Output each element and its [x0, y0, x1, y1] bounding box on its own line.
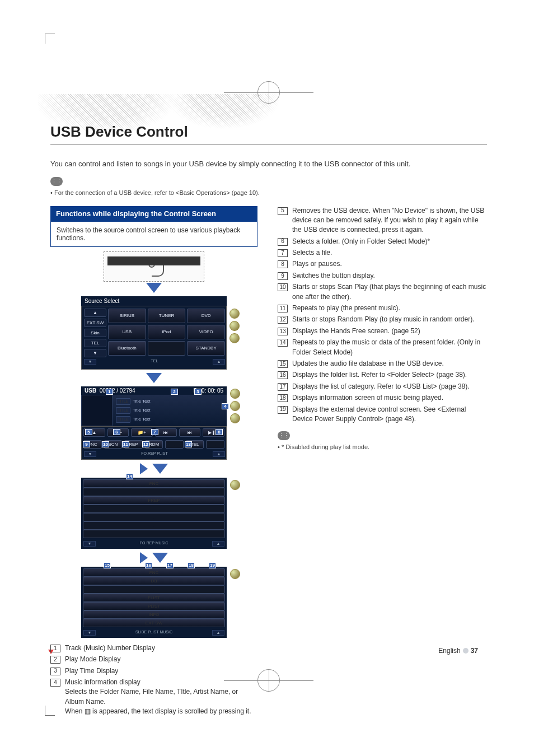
legend-text: Displays the folder list. Refer to <Fold… [292, 370, 487, 380]
slide-row-screenshot: FNC DB . FLIST PLIST INFO EXT SW 15 16 1… [81, 567, 227, 638]
page-right-button[interactable]: ▲ [212, 630, 224, 636]
functions-description: Switches to the source control screen to… [50, 222, 257, 247]
source-ipod-button[interactable]: iPod [148, 325, 186, 339]
legend-number-box: 2 [50, 656, 60, 664]
legend-text: Music information displaySelects the Fol… [65, 678, 257, 717]
folder-prev-button[interactable]: 📁− [107, 428, 129, 437]
menu-up-button[interactable]: ▲ [84, 309, 106, 317]
tel-button[interactable]: TEL [186, 440, 204, 449]
page-left-button[interactable]: ▼ [83, 630, 96, 636]
arrow-right-icon [140, 552, 148, 563]
legend-text: Updates the audio file database in the U… [292, 359, 487, 368]
source-empty-button: . [148, 341, 186, 356]
title-scroll-button[interactable]: TITLE [116, 416, 130, 423]
legend-item-2: 2Play Mode Display [50, 655, 257, 664]
legend-number-box: 15 [278, 360, 288, 368]
source-select-title: Source Select [81, 296, 227, 306]
tap-finger-icon [152, 264, 164, 277]
note-icon: ⋮⋮ [50, 177, 63, 186]
source-video-button[interactable]: VIDEO [187, 325, 225, 339]
legend-item-3: 3Play Time Display [50, 666, 257, 676]
source-standby-button[interactable]: STANDBY [187, 341, 225, 356]
legend-number-box: 5 [278, 207, 288, 215]
source-tuner-button[interactable]: TUNER [148, 309, 186, 323]
function-switch-button[interactable]: FNC [83, 479, 225, 488]
extsw-button[interactable]: EXT SW [83, 619, 225, 627]
page-content: USB Device Control You can control and l… [50, 90, 487, 718]
legend-item-16: 16Displays the folder list. Refer to <Fo… [278, 370, 487, 380]
database-button[interactable]: DB [83, 577, 225, 585]
legend-text: Play Mode Display [65, 655, 257, 664]
legend-text: Displays the external device control scr… [292, 405, 487, 424]
page-footer: English37 [438, 647, 478, 655]
legend-item-17: 17Displays the list of category. Refer t… [278, 382, 487, 391]
legend-text: Removes the USB device. When "No Device"… [292, 206, 487, 235]
flow-arrows [140, 463, 168, 474]
left-legend-list: 1Track (Music) Number Display2Play Mode … [50, 643, 257, 717]
page-left-button[interactable]: ▼ [83, 541, 96, 547]
extsw-small-button[interactable]: EXT SW [84, 319, 106, 327]
title-scroll-button[interactable]: TITLE [116, 398, 130, 405]
source-dvd-button[interactable]: DVD [187, 309, 225, 323]
folder-next-button[interactable]: 📁+ [131, 428, 153, 437]
function-switch-button[interactable]: FNC [83, 440, 102, 449]
source-sirius-button[interactable]: SIRIUS [108, 309, 146, 323]
playlist-button[interactable]: PLIST [83, 602, 225, 610]
legend-text: Selects a file. [292, 248, 487, 258]
track-prev-button[interactable]: ⏮ [155, 428, 177, 437]
legend-item-5: 5Removes the USB device. When "No Device… [278, 206, 487, 235]
legend-text: Starts or stops Random Play (to play mus… [292, 315, 487, 324]
source-usb-button[interactable]: USB [108, 325, 146, 339]
usb-control-screenshot: USB 00002 / 02794 P 0: 00: 05 1 2 3 TITL… [81, 386, 227, 460]
legend-item-11: 11Repeats to play (the present music). [278, 304, 487, 313]
legend-number-box: 16 [278, 371, 288, 379]
legend-item-9: 9Switches the button display. [278, 271, 487, 281]
title-scroll-button[interactable]: TITLE [116, 407, 130, 414]
legend-text: Repeats to play the music or data of the… [292, 338, 487, 357]
legend-number-box: 10 [278, 283, 288, 291]
legend-item-15: 15Updates the audio file database in the… [278, 359, 487, 368]
page-right-button[interactable]: ▲ [212, 541, 224, 547]
legend-item-1: 1Track (Music) Number Display [50, 643, 257, 653]
legend-text: Selects a folder. (Only in Folder Select… [292, 237, 487, 246]
flow-arrows [140, 552, 168, 563]
repeat-button[interactable]: REP [124, 440, 143, 449]
tel-small-button[interactable]: TEL [84, 339, 106, 347]
menu-down-button[interactable]: ▼ [84, 349, 106, 357]
page-left-button[interactable]: ▼ [84, 451, 96, 457]
page-title: USB Device Control [50, 123, 487, 145]
legend-text: Plays or pauses. [292, 259, 487, 269]
scan-button[interactable]: SCN [104, 440, 123, 449]
random-button[interactable]: RDM [145, 440, 163, 449]
skin-small-button[interactable]: Skin [84, 329, 106, 337]
source-bluetooth-button[interactable]: Bluetooth [108, 341, 146, 356]
folder-list-button[interactable]: FLIST [83, 594, 225, 602]
legend-item-10: 10Starts or stops Scan Play (that plays … [278, 282, 487, 302]
info-button[interactable]: INFO [83, 610, 225, 619]
legend-item-6: 6Selects a folder. (Only in Folder Selec… [278, 237, 487, 246]
device-bezel-diagram [104, 251, 204, 282]
legend-text: Switches the button display. [292, 271, 487, 281]
flow-arrow-down-icon [146, 283, 162, 293]
page-right-button[interactable]: ▲ [213, 451, 225, 457]
function-switch-button[interactable]: FNC [83, 568, 225, 577]
arrow-down-icon [152, 553, 168, 563]
legend-number-box: 7 [278, 249, 288, 257]
play-pause-button[interactable]: ▶❚❚ [203, 428, 224, 437]
legend-text: Play Time Display [65, 666, 257, 676]
page-right-button[interactable]: ▲ [213, 359, 225, 365]
legend-number-box: 12 [278, 316, 288, 324]
legend-item-12: 12Starts or stops Random Play (to play m… [278, 315, 487, 324]
legend-item-18: 18Displays information screen of music b… [278, 393, 487, 403]
flow-arrow-down-icon [146, 373, 162, 383]
frep-row-screenshot: FNC . FREP . . . . 14 ▼FO.REP MUSIC▲ [81, 478, 227, 549]
folder-repeat-button[interactable]: FREP [83, 496, 225, 505]
track-next-button[interactable]: ⏭ [179, 428, 201, 437]
page-left-button[interactable]: ▼ [84, 359, 96, 365]
arrow-down-icon [152, 464, 168, 474]
legend-item-14: 14Repeats to play the music or data of t… [278, 338, 487, 357]
right-column: 5Removes the USB device. When "No Device… [278, 206, 487, 718]
legend-item-4: 4Music information displaySelects the Fo… [50, 678, 257, 717]
legend-text: Track (Music) Number Display [65, 643, 257, 653]
remove-device-button[interactable]: ▲ [83, 428, 105, 437]
